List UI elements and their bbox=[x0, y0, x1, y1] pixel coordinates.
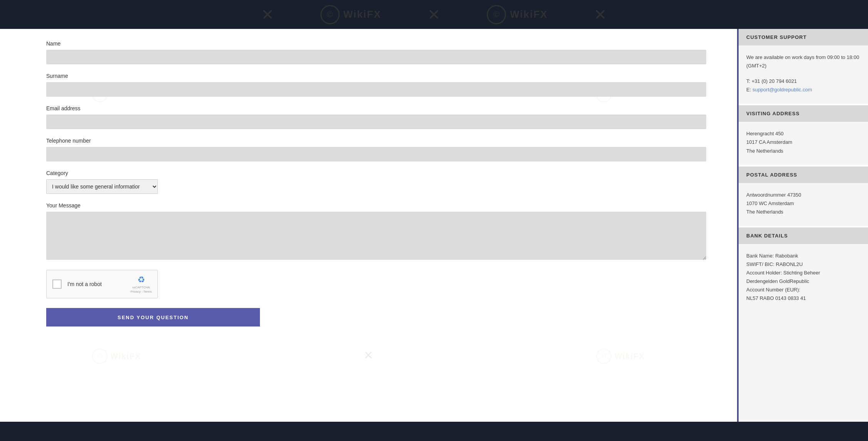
watermark-circle-1: © bbox=[320, 5, 340, 24]
surname-input[interactable] bbox=[46, 82, 706, 97]
recaptcha-box[interactable]: I'm not a robot ♻ reCAPTCHA Privacy - Te… bbox=[46, 270, 158, 298]
bank-account-number-label: Account Number (EUR): bbox=[746, 286, 860, 294]
surname-group: Surname bbox=[46, 73, 706, 97]
watermark-logo-1: © WikiFX bbox=[320, 5, 381, 24]
postal-line1: Antwoordnummer 47350 bbox=[746, 191, 860, 199]
bank-account-number-value: NL57 RABO 0143 0833 41 bbox=[746, 294, 860, 303]
name-group: Name bbox=[46, 40, 706, 64]
top-watermark: ✕ © WikiFX ✕ © WikiFX ✕ bbox=[0, 0, 868, 29]
postal-line3: The Netherlands bbox=[746, 208, 860, 216]
customer-support-body: We are available on work days from 09:00… bbox=[739, 45, 868, 104]
watermark-text-1: WikiFX bbox=[344, 8, 381, 20]
category-select[interactable]: I would like some general information bbox=[46, 179, 158, 194]
bank-swift: SWIFT/ BIC: RABONL2U bbox=[746, 260, 860, 269]
email-label-cs: E: bbox=[746, 87, 752, 93]
name-input[interactable] bbox=[46, 50, 706, 64]
left-panel: ©WikiFX ✕ ©WikiFX ✕ ©WikiFX ✕ ©WikiFX ✕ … bbox=[0, 29, 737, 422]
visiting-line2: 1017 CA Amsterdam bbox=[746, 138, 860, 146]
right-panel: CUSTOMER SUPPORT We are available on wor… bbox=[737, 29, 868, 422]
message-textarea[interactable] bbox=[46, 212, 706, 260]
x-mark-1: ✕ bbox=[261, 6, 274, 24]
submit-button[interactable]: SEND YOUR QUESTION bbox=[46, 308, 260, 327]
bank-details-body: Bank Name: Rabobank SWIFT/ BIC: RABONL2U… bbox=[739, 244, 868, 313]
postal-address-body: Antwoordnummer 47350 1070 WC Amsterdam T… bbox=[739, 183, 868, 226]
visiting-line1: Herengracht 450 bbox=[746, 130, 860, 138]
email-label: Email address bbox=[46, 105, 706, 111]
x-mark-2: ✕ bbox=[427, 6, 441, 24]
telephone-label: Telephone number bbox=[46, 138, 706, 144]
phone-line: T: +31 (0) 20 794 6021 bbox=[746, 77, 860, 86]
email-group: Email address bbox=[46, 105, 706, 129]
visiting-address-header: VISITING ADDRESS bbox=[739, 105, 868, 122]
x-mark-3: ✕ bbox=[594, 6, 607, 24]
top-bar: ✕ © WikiFX ✕ © WikiFX ✕ bbox=[0, 0, 868, 29]
telephone-group: Telephone number bbox=[46, 138, 706, 162]
category-label: Category bbox=[46, 170, 706, 176]
visiting-address-body: Herengracht 450 1017 CA Amsterdam The Ne… bbox=[739, 122, 868, 165]
customer-support-header: CUSTOMER SUPPORT bbox=[739, 29, 868, 45]
message-label: Your Message bbox=[46, 202, 706, 209]
postal-line2: 1070 WC Amsterdam bbox=[746, 199, 860, 208]
postal-address-header: POSTAL ADDRESS bbox=[739, 167, 868, 183]
watermark-logo-2: © WikiFX bbox=[487, 5, 548, 24]
email-link[interactable]: support@goldrepublic.com bbox=[752, 87, 812, 93]
recaptcha-icon: ♻ bbox=[137, 275, 145, 285]
contact-form: Name Surname Email address Telephone num… bbox=[46, 40, 706, 327]
message-group: Your Message bbox=[46, 202, 706, 261]
category-group: Category I would like some general infor… bbox=[46, 170, 706, 194]
recaptcha-label: I'm not a robot bbox=[67, 281, 125, 287]
telephone-input[interactable] bbox=[46, 147, 706, 162]
email-line: E: support@goldrepublic.com bbox=[746, 86, 860, 94]
bank-account-holder: Account Holder: Stichting Beheer bbox=[746, 269, 860, 277]
name-label: Name bbox=[46, 40, 706, 47]
availability-text: We are available on work days from 09:00… bbox=[746, 53, 860, 70]
recaptcha-sub1: reCAPTCHA bbox=[132, 286, 150, 289]
watermark-circle-2: © bbox=[487, 5, 506, 24]
main-content: ©WikiFX ✕ ©WikiFX ✕ ©WikiFX ✕ ©WikiFX ✕ … bbox=[0, 29, 868, 422]
bank-company: Derdengelden GoldRepublic bbox=[746, 277, 860, 286]
phone-label: T: bbox=[746, 78, 752, 84]
bank-details-header: BANK DETAILS bbox=[739, 227, 868, 244]
surname-label: Surname bbox=[46, 73, 706, 79]
recaptcha-logo: ♻ reCAPTCHA Privacy - Terms bbox=[131, 275, 152, 293]
watermark-text-2: WikiFX bbox=[510, 8, 548, 20]
bottom-bar bbox=[0, 422, 868, 441]
phone-value: +31 (0) 20 794 6021 bbox=[752, 78, 797, 84]
recaptcha-sub2: Privacy - Terms bbox=[131, 290, 152, 293]
recaptcha-checkbox[interactable] bbox=[52, 279, 62, 289]
visiting-line3: The Netherlands bbox=[746, 147, 860, 155]
email-input[interactable] bbox=[46, 114, 706, 129]
bank-name: Bank Name: Rabobank bbox=[746, 252, 860, 260]
